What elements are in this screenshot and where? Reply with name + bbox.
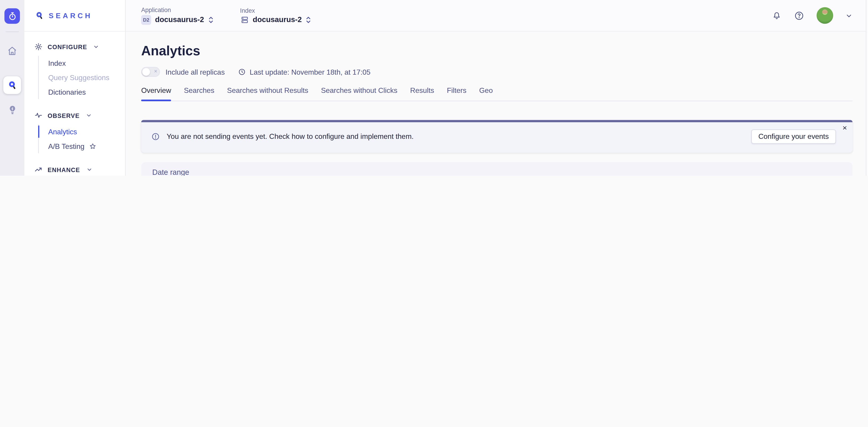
home-icon[interactable] — [3, 42, 21, 60]
chevron-down-icon — [86, 166, 92, 172]
sidebar: SEARCH CONFIGURE Index Query Suggestions… — [24, 0, 126, 176]
main-content: Analytics × Include all replicas Last up… — [126, 32, 868, 176]
sidebar-item-dictionaries[interactable]: Dictionaries — [48, 85, 119, 99]
section-header-configure[interactable]: CONFIGURE — [34, 42, 120, 51]
section-configure: CONFIGURE Index Query Suggestions Dictio… — [34, 42, 120, 99]
rail-divider — [5, 32, 19, 32]
application-value: docusaurus-2 — [155, 15, 204, 24]
last-update-text: Last update: November 18th, at 17:05 — [250, 68, 370, 76]
search-pin-icon — [34, 10, 44, 21]
tab-overview[interactable]: Overview — [141, 86, 171, 101]
date-range-label: Date range — [152, 168, 841, 176]
application-label: Application — [141, 6, 214, 13]
gear-icon — [34, 42, 42, 51]
star-icon[interactable] — [89, 142, 96, 150]
sidebar-item-ab-testing[interactable]: A/B Testing — [48, 139, 119, 153]
events-banner: You are not sending events yet. Check ho… — [141, 120, 853, 153]
user-avatar[interactable] — [816, 7, 833, 24]
top-header: Application D2 docusaurus-2 Index docusa… — [126, 0, 868, 32]
search-logo[interactable]: SEARCH — [24, 0, 125, 32]
index-selector[interactable]: Index docusaurus-2 — [240, 7, 311, 24]
tab-results[interactable]: Results — [410, 86, 434, 101]
select-chevrons-icon — [306, 15, 311, 24]
chevron-down-icon — [93, 44, 99, 50]
tab-geo[interactable]: Geo — [479, 86, 493, 101]
sidebar-item-query-suggestions[interactable]: Query Suggestions — [48, 70, 119, 85]
chevron-down-icon — [86, 112, 92, 118]
sidebar-nav: CONFIGURE Index Query Suggestions Dictio… — [24, 32, 125, 176]
section-enhance: ENHANCE Rules AI Synonyms AI Re-Ranking — [34, 165, 120, 176]
select-chevrons-icon — [208, 15, 214, 24]
index-stack-icon — [240, 15, 249, 24]
clock-icon — [238, 68, 246, 76]
section-header-observe[interactable]: OBSERVE — [34, 111, 120, 119]
analytics-dashboard: SEARCH CONFIGURE Index Query Suggestions… — [0, 0, 868, 176]
index-value: docusaurus-2 — [253, 15, 302, 24]
pulse-icon — [34, 111, 42, 119]
tab-searches[interactable]: Searches — [184, 86, 214, 101]
application-selector[interactable]: Application D2 docusaurus-2 — [141, 6, 214, 25]
section-label: CONFIGURE — [48, 43, 87, 50]
configure-events-button[interactable]: Configure your events — [751, 129, 836, 143]
banner-close-icon[interactable]: × — [842, 124, 847, 132]
sidebar-item-index[interactable]: Index — [48, 56, 119, 70]
scrollbar-track[interactable] — [866, 0, 868, 176]
section-observe: OBSERVE Analytics A/B Testing — [34, 111, 120, 153]
section-label: ENHANCE — [48, 166, 80, 173]
application-badge: D2 — [141, 14, 151, 25]
recommend-bulb-icon[interactable] — [3, 101, 21, 118]
app-logo-stopwatch-icon[interactable] — [4, 8, 20, 24]
trending-up-icon — [34, 165, 42, 174]
tab-filters[interactable]: Filters — [447, 86, 466, 101]
account-chevron-down-icon[interactable] — [845, 12, 853, 19]
page-title: Analytics — [141, 43, 853, 59]
include-replicas-label: Include all replicas — [166, 68, 225, 76]
logo-text: SEARCH — [49, 11, 93, 20]
tab-searches-without-results[interactable]: Searches without Results — [227, 86, 308, 101]
section-label: OBSERVE — [48, 112, 80, 119]
tab-searches-without-clicks[interactable]: Searches without Clicks — [321, 86, 397, 101]
search-product-icon[interactable] — [3, 76, 21, 94]
notifications-bell-icon[interactable] — [772, 10, 782, 21]
sidebar-item-analytics[interactable]: Analytics — [48, 125, 119, 139]
banner-message: You are not sending events yet. Check ho… — [166, 132, 413, 140]
help-icon[interactable] — [794, 10, 804, 21]
section-header-enhance[interactable]: ENHANCE — [34, 165, 120, 174]
index-label: Index — [240, 7, 311, 13]
alert-circle-icon — [151, 132, 160, 141]
include-replicas-toggle[interactable]: × — [141, 67, 160, 77]
date-range-panel: Date range Nov 11th, 2021 Nov 17th, 2021… — [141, 162, 853, 176]
product-rail — [0, 0, 24, 176]
analytics-tabs: Overview Searches Searches without Resul… — [141, 86, 853, 101]
